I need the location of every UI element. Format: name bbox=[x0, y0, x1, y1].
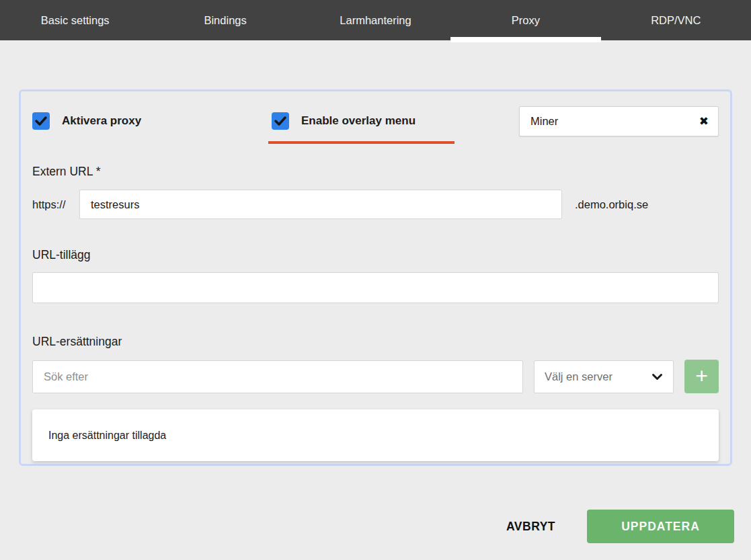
aktivera-proxy-checkbox-group[interactable]: Aktivera proxy bbox=[32, 112, 272, 130]
update-button[interactable]: UPPDATERA bbox=[587, 510, 734, 543]
tab-bindings[interactable]: Bindings bbox=[150, 0, 300, 40]
url-suffix-label: .demo.orbiq.se bbox=[575, 198, 648, 211]
url-ersattningar-row: Välj en server + bbox=[32, 360, 719, 393]
tab-bar: Basic settings Bindings Larmhantering Pr… bbox=[0, 0, 751, 40]
checkmark-icon bbox=[35, 116, 47, 126]
aktivera-proxy-label: Aktivera proxy bbox=[62, 114, 141, 128]
proxy-settings-panel: Aktivera proxy Enable overlay menu ✖ Ext… bbox=[19, 89, 732, 466]
extern-url-input[interactable] bbox=[79, 190, 562, 219]
proxy-name-box: ✖ bbox=[519, 106, 719, 136]
plus-icon: + bbox=[695, 365, 708, 387]
tab-basic-settings[interactable]: Basic settings bbox=[0, 0, 150, 40]
server-select[interactable]: Välj en server bbox=[534, 360, 674, 393]
server-select-value: Välj en server bbox=[545, 370, 612, 383]
url-tillagg-label: URL-tillägg bbox=[32, 248, 719, 262]
proxy-name-input[interactable] bbox=[520, 115, 699, 128]
replacements-empty-card: Inga ersättningar tillagda bbox=[32, 409, 719, 461]
clear-icon[interactable]: ✖ bbox=[699, 116, 709, 127]
url-tillagg-input[interactable] bbox=[32, 272, 719, 303]
chevron-down-icon bbox=[651, 373, 663, 381]
tab-rdp-vnc[interactable]: RDP/VNC bbox=[601, 0, 751, 40]
enable-overlay-label: Enable overlay menu bbox=[301, 114, 416, 128]
url-prefix-label: https:// bbox=[32, 198, 79, 211]
add-replacement-button[interactable]: + bbox=[684, 360, 719, 393]
tab-larmhantering[interactable]: Larmhantering bbox=[301, 0, 450, 40]
tab-proxy[interactable]: Proxy bbox=[450, 0, 600, 40]
cancel-button[interactable]: AVBRYT bbox=[506, 520, 555, 534]
enable-overlay-checkbox[interactable] bbox=[272, 112, 289, 130]
toggles-row: Aktivera proxy Enable overlay menu ✖ bbox=[32, 105, 719, 137]
url-ersattningar-label: URL-ersättningar bbox=[32, 335, 719, 349]
extern-url-row: https:// .demo.orbiq.se bbox=[32, 190, 719, 219]
search-input[interactable] bbox=[32, 360, 523, 393]
extern-url-label: Extern URL * bbox=[32, 165, 719, 179]
enable-overlay-checkbox-group[interactable]: Enable overlay menu bbox=[272, 112, 416, 130]
footer-actions: AVBRYT UPPDATERA bbox=[0, 510, 734, 543]
checkmark-icon bbox=[274, 116, 286, 126]
aktivera-proxy-checkbox[interactable] bbox=[32, 112, 50, 130]
replacements-empty-text: Inga ersättningar tillagda bbox=[48, 430, 166, 442]
